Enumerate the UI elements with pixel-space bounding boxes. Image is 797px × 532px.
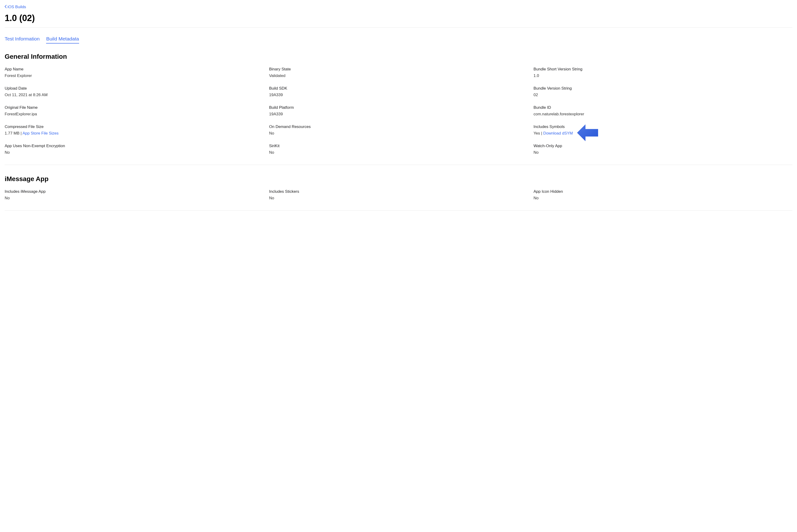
- value-sirikit: No: [269, 150, 528, 155]
- label-original-file-name: Original File Name: [5, 105, 264, 110]
- value-watch-only: No: [533, 150, 792, 155]
- breadcrumb-back-link[interactable]: iOS Builds: [5, 5, 26, 10]
- label-build-sdk: Build SDK: [269, 86, 528, 91]
- section-general-information: General Information: [5, 53, 792, 60]
- value-bundle-short-version: 1.0: [533, 74, 792, 78]
- value-app-name: Forest Explorer: [5, 74, 264, 78]
- label-bundle-id: Bundle ID: [533, 105, 792, 110]
- field-bundle-id: Bundle ID com.naturelab.forestexplorer: [533, 105, 792, 116]
- breadcrumb-label: iOS Builds: [7, 5, 26, 10]
- page-title: 1.0 (02): [5, 13, 792, 23]
- field-watch-only: Watch-Only App No: [533, 144, 792, 155]
- value-compressed-file-size: 1.77 MB | App Store File Sizes: [5, 131, 264, 136]
- value-build-sdk: 19A339: [269, 93, 528, 97]
- value-binary-state: Validated: [269, 74, 528, 78]
- value-encryption: No: [5, 150, 264, 155]
- label-on-demand-resources: On Demand Resources: [269, 125, 528, 129]
- label-sirikit: SiriKit: [269, 144, 528, 148]
- value-original-file-name: ForestExplorer.ipa: [5, 112, 264, 116]
- label-binary-state: Binary State: [269, 67, 528, 72]
- general-info-grid: App Name Forest Explorer Binary State Va…: [5, 67, 792, 155]
- value-build-platform: 19A339: [269, 112, 528, 116]
- download-dsym-link[interactable]: Download dSYM: [543, 131, 573, 135]
- label-build-platform: Build Platform: [269, 105, 528, 110]
- field-bundle-version: Bundle Version String 02: [533, 86, 792, 97]
- separator: |: [19, 131, 22, 135]
- label-app-icon-hidden: App Icon Hidden: [533, 189, 792, 194]
- field-on-demand-resources: On Demand Resources No: [269, 125, 528, 136]
- label-upload-date: Upload Date: [5, 86, 264, 91]
- field-upload-date: Upload Date Oct 11, 2021 at 8:26 AM: [5, 86, 264, 97]
- field-original-file-name: Original File Name ForestExplorer.ipa: [5, 105, 264, 116]
- field-compressed-file-size: Compressed File Size 1.77 MB | App Store…: [5, 125, 264, 136]
- label-includes-symbols: Includes Symbols: [533, 125, 792, 129]
- imessage-info-grid: Includes iMessage App No Includes Sticke…: [5, 189, 792, 201]
- callout-arrow-icon: [577, 125, 598, 142]
- value-app-icon-hidden: No: [533, 196, 792, 201]
- field-includes-stickers: Includes Stickers No: [269, 189, 528, 201]
- field-includes-imessage: Includes iMessage App No: [5, 189, 264, 201]
- label-includes-stickers: Includes Stickers: [269, 189, 528, 194]
- label-app-name: App Name: [5, 67, 264, 72]
- section-divider: [5, 165, 792, 165]
- label-bundle-short-version: Bundle Short Version String: [533, 67, 792, 72]
- value-includes-stickers: No: [269, 196, 528, 201]
- value-on-demand-resources: No: [269, 131, 528, 136]
- chevron-left-icon: [5, 5, 6, 10]
- tabs: Test Information Build Metadata: [5, 36, 792, 43]
- label-bundle-version: Bundle Version String: [533, 86, 792, 91]
- label-includes-imessage: Includes iMessage App: [5, 189, 264, 194]
- includes-symbols-text: Yes: [533, 131, 540, 135]
- field-encryption: App Uses Non-Exempt Encryption No: [5, 144, 264, 155]
- field-app-icon-hidden: App Icon Hidden No: [533, 189, 792, 201]
- value-upload-date: Oct 11, 2021 at 8:26 AM: [5, 93, 264, 97]
- separator: |: [540, 131, 543, 135]
- app-store-file-sizes-link[interactable]: App Store File Sizes: [22, 131, 58, 135]
- section-divider-bottom: [5, 210, 792, 211]
- compressed-size-text: 1.77 MB: [5, 131, 19, 135]
- tab-build-metadata[interactable]: Build Metadata: [46, 36, 79, 43]
- field-binary-state: Binary State Validated: [269, 67, 528, 78]
- label-watch-only: Watch-Only App: [533, 144, 792, 148]
- field-includes-symbols: Includes Symbols Yes | Download dSYM: [533, 125, 792, 136]
- field-app-name: App Name Forest Explorer: [5, 67, 264, 78]
- label-encryption: App Uses Non-Exempt Encryption: [5, 144, 264, 148]
- value-bundle-id: com.naturelab.forestexplorer: [533, 112, 792, 116]
- tab-test-information[interactable]: Test Information: [5, 36, 40, 43]
- field-build-platform: Build Platform 19A339: [269, 105, 528, 116]
- value-includes-imessage: No: [5, 196, 264, 201]
- value-includes-symbols: Yes | Download dSYM: [533, 131, 792, 136]
- label-compressed-file-size: Compressed File Size: [5, 125, 264, 129]
- value-bundle-version: 02: [533, 93, 792, 97]
- section-imessage-app: iMessage App: [5, 175, 792, 183]
- field-bundle-short-version: Bundle Short Version String 1.0: [533, 67, 792, 78]
- field-sirikit: SiriKit No: [269, 144, 528, 155]
- field-build-sdk: Build SDK 19A339: [269, 86, 528, 97]
